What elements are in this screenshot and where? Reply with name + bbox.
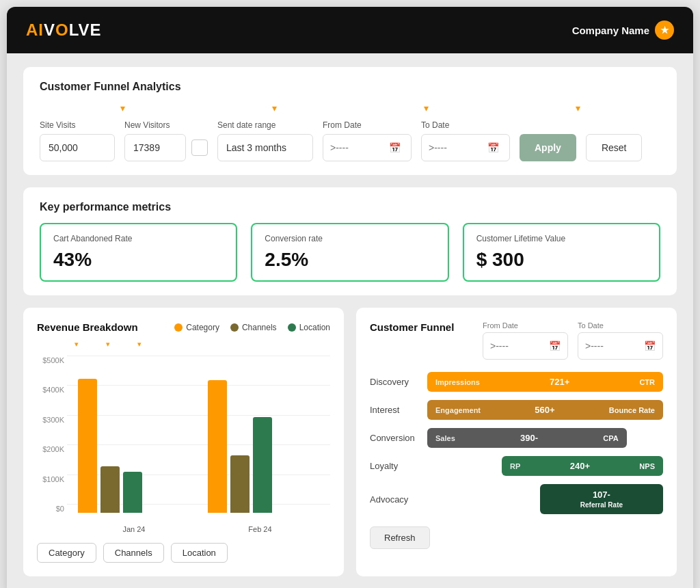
- grid-label-300k: $300K: [37, 416, 64, 424]
- to-date-input[interactable]: [429, 142, 483, 153]
- bar-jan-orange: [78, 379, 97, 513]
- sent-date-range-label: Sent date range: [217, 120, 313, 130]
- new-visitors-label: New Visitors: [124, 120, 208, 130]
- from-date-label: From Date: [323, 120, 412, 130]
- customer-funnel-header: Customer Funnel From Date 📅 To Date: [370, 321, 663, 360]
- sent-date-range-input[interactable]: [217, 134, 313, 161]
- new-visitors-checkbox[interactable]: [191, 139, 208, 156]
- kpi-section: Key performance metrics Cart Abandoned R…: [23, 187, 677, 295]
- funnel-loyalty-right: NPS: [639, 462, 655, 470]
- kpi-grid: Cart Abandoned Rate 43% Conversion rate …: [40, 223, 660, 282]
- revenue-breakdown-panel: Revenue Breakdown Category Channels L: [23, 308, 344, 576]
- bar-jan-green: [123, 472, 142, 513]
- funnel-interest-right: Bounce Rate: [609, 406, 655, 414]
- filter-row: Site Visits New Visitors Sent date range: [40, 120, 660, 161]
- analytics-title: Customer Funnel Analytics: [40, 81, 660, 93]
- filter-btn-channels[interactable]: Channels: [103, 543, 164, 563]
- filter-btn-location[interactable]: Location: [171, 543, 228, 563]
- funnel-advocacy-right: Referral Rate: [580, 501, 623, 509]
- funnel-from-date-input[interactable]: [490, 340, 545, 351]
- date-filters-right: From Date 📅 To Date 📅: [483, 321, 663, 360]
- funnel-bar-loyalty: RP 240+ NPS: [502, 456, 663, 476]
- from-date-input-wrapper[interactable]: 📅: [323, 134, 412, 161]
- legend-dot-2: [288, 323, 296, 332]
- chart-area: $500K $400K $300K $200K $100K $0: [37, 356, 330, 533]
- funnel-row-advocacy: Advocacy 107- Referral Rate: [370, 484, 663, 514]
- analytics-section: Customer Funnel Analytics ▾ ▾ ▾ ▾ Site V…: [23, 67, 677, 175]
- bar-feb-green: [253, 417, 272, 513]
- revenue-breakdown-header: Revenue Breakdown Category Channels L: [37, 321, 330, 333]
- kpi-label-1: Conversion rate: [265, 234, 435, 243]
- company-label: Company Name: [572, 25, 649, 36]
- app-container: AIVOLVE Company Name ★ Customer Funnel A…: [7, 7, 693, 588]
- funnel-from-date-wrapper[interactable]: 📅: [483, 332, 568, 360]
- funnel-loyalty-wrapper: RP 240+ NPS: [502, 456, 663, 476]
- funnel-from-calendar-icon: 📅: [549, 340, 561, 351]
- refresh-button[interactable]: Refresh: [370, 526, 430, 549]
- funnel-row-conversion: Conversion Sales 390- CPA: [370, 428, 663, 448]
- customer-funnel-panel: Customer Funnel From Date 📅 To Date: [356, 308, 677, 576]
- sent-date-range-group: Sent date range: [217, 120, 313, 161]
- kpi-label-2: Customer Lifetime Value: [476, 234, 647, 243]
- funnel-to-date-input[interactable]: [585, 340, 640, 351]
- header: AIVOLVE Company Name ★: [7, 7, 693, 53]
- x-label-feb: Feb 24: [248, 525, 271, 533]
- funnel-discovery-left: Impressions: [435, 378, 480, 386]
- x-labels: Jan 24 Feb 24: [71, 525, 323, 533]
- bar-group-feb: [208, 380, 317, 513]
- funnel-advocacy-value: 107-: [593, 490, 610, 500]
- company-icon[interactable]: ★: [655, 21, 674, 40]
- site-visits-input[interactable]: [40, 134, 115, 161]
- customer-funnel-title: Customer Funnel: [370, 321, 454, 333]
- legend-label-1: Channels: [242, 323, 277, 332]
- grid-label-100k: $100K: [37, 475, 64, 483]
- new-visitors-group: New Visitors: [124, 120, 208, 161]
- from-date-input[interactable]: [330, 142, 385, 153]
- main-content: Customer Funnel Analytics ▾ ▾ ▾ ▾ Site V…: [7, 53, 693, 588]
- funnel-row-loyalty: Loyalty RP 240+ NPS: [370, 456, 663, 476]
- new-visitors-input[interactable]: [124, 134, 186, 161]
- funnel-to-date-wrapper[interactable]: 📅: [578, 332, 663, 360]
- funnel-from-date-group: From Date 📅: [483, 321, 568, 360]
- to-date-calendar-icon: 📅: [487, 142, 499, 153]
- chevron-1: ▾: [120, 103, 125, 113]
- funnel-row-interest: Interest Engagement 560+ Bounce Rate: [370, 400, 663, 420]
- funnel-row-discovery: Discovery Impressions 721+ CTR: [370, 372, 663, 392]
- filter-btn-category[interactable]: Category: [37, 543, 96, 563]
- funnel-conversion-value: 390-: [520, 433, 538, 443]
- grid-label-400k: $400K: [37, 386, 64, 394]
- funnel-bar-interest: Engagement 560+ Bounce Rate: [427, 400, 663, 420]
- funnel-to-date-group: To Date 📅: [578, 321, 663, 360]
- chevron-3: ▾: [424, 103, 429, 113]
- funnel-container: Discovery Impressions 721+ CTR Interest …: [370, 372, 663, 514]
- kpi-card-2: Customer Lifetime Value $ 300: [463, 223, 660, 282]
- legend-item-0: Category: [174, 323, 219, 332]
- funnel-from-date-label: From Date: [483, 321, 568, 330]
- grid-label-200k: $200K: [37, 445, 64, 453]
- x-label-jan: Jan 24: [122, 525, 145, 533]
- kpi-value-2: $ 300: [476, 249, 647, 271]
- funnel-interest-value: 560+: [535, 405, 554, 415]
- reset-button[interactable]: Reset: [586, 134, 643, 161]
- funnel-advocacy-wrapper: 107- Referral Rate: [540, 484, 663, 514]
- bottom-panels: Revenue Breakdown Category Channels L: [23, 308, 677, 576]
- kpi-label-0: Cart Abandoned Rate: [53, 234, 224, 243]
- bar-chevrons: ▾ ▾ ▾: [37, 340, 330, 349]
- funnel-label-conversion: Conversion: [370, 433, 419, 443]
- apply-button[interactable]: Apply: [520, 134, 576, 161]
- legend: Category Channels Location: [174, 323, 330, 332]
- funnel-bar-discovery: Impressions 721+ CTR: [427, 372, 663, 392]
- funnel-label-advocacy: Advocacy: [370, 494, 419, 505]
- legend-label-2: Location: [299, 323, 330, 332]
- company-name: Company Name ★: [572, 21, 674, 40]
- bars-area: [71, 356, 323, 513]
- filter-buttons: Category Channels Location: [37, 543, 330, 563]
- bar-jan-olive: [100, 466, 120, 513]
- kpi-card-1: Conversion rate 2.5%: [251, 223, 448, 282]
- site-visits-group: Site Visits: [40, 120, 115, 161]
- funnel-loyalty-value: 240+: [570, 461, 590, 471]
- to-date-input-wrapper[interactable]: 📅: [421, 134, 510, 161]
- legend-item-1: Channels: [230, 323, 277, 332]
- funnel-label-loyalty: Loyalty: [370, 461, 419, 471]
- to-date-group: To Date 📅: [421, 120, 510, 161]
